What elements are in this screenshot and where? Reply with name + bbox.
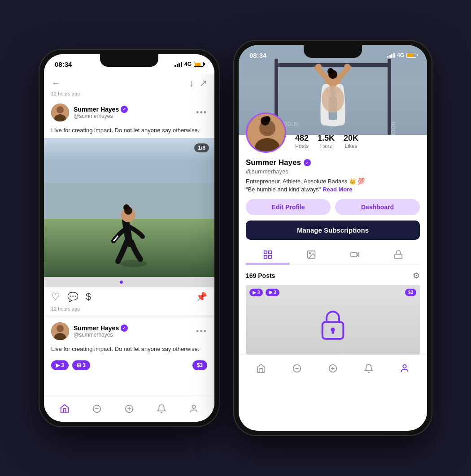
handle-1: @summerhayes <box>74 113 128 119</box>
avatar-2 <box>51 322 69 340</box>
post-caption-2: Live for creating impact. Do not let any… <box>44 345 214 357</box>
tab-image[interactable] <box>289 245 333 264</box>
signal-icon-right <box>387 52 395 58</box>
stat-fanz-value: 1.5K <box>318 134 335 143</box>
back-icon[interactable]: ← <box>51 78 61 89</box>
stat-likes-value: 20K <box>344 134 358 143</box>
download-icon[interactable]: ↓ <box>189 78 194 89</box>
read-more-link[interactable]: Read More <box>323 186 352 193</box>
post-user-info-1: Summer Hayes ✓ @summerhayes <box>74 106 128 119</box>
verified-icon-1: ✓ <box>121 106 128 113</box>
avatar-img-2 <box>51 322 69 340</box>
post-user-1[interactable]: Summer Hayes ✓ @summerhayes <box>51 104 128 121</box>
notch-right <box>304 45 362 58</box>
dot-1 <box>120 281 123 284</box>
post-user-2[interactable]: Summer Hayes ✓ @summerhayes <box>51 322 128 340</box>
tip-icon[interactable]: $ <box>86 291 91 303</box>
post-header-1: Summer Hayes ✓ @summerhayes ••• <box>44 99 214 126</box>
svg-point-6 <box>120 260 147 267</box>
edit-profile-button[interactable]: Edit Profile <box>246 199 331 215</box>
svg-point-36 <box>264 116 270 122</box>
phone-right: 08:34 4G <box>233 40 432 436</box>
4g-label-left: 4G <box>184 61 192 67</box>
profile-buttons: Edit Profile Dashboard <box>246 199 420 215</box>
svg-rect-37 <box>264 251 266 254</box>
price-tag[interactable]: $3 <box>192 360 207 370</box>
share-icon[interactable]: ↗ <box>199 78 207 89</box>
feed-content: ← ↓ ↗ 12 hours ago <box>44 74 214 395</box>
grid-post-1[interactable]: ▶ 3 ⊞ 3 $3 <box>246 285 420 355</box>
video-tag[interactable]: ▶ 3 <box>51 360 69 370</box>
manage-subscriptions-button[interactable]: Manage Subscriptions <box>246 221 420 240</box>
like-icon[interactable]: ♡ <box>51 291 60 303</box>
signal-icon <box>174 61 182 67</box>
image-dots <box>44 277 214 287</box>
grid-photo-tag: ⊞ 3 <box>266 289 279 296</box>
nav-add-right[interactable] <box>324 359 342 377</box>
more-button-2[interactable]: ••• <box>196 327 207 336</box>
posts-count: 169 Posts <box>246 272 275 279</box>
bottom-nav-left <box>44 395 214 422</box>
tab-grid[interactable] <box>246 245 289 264</box>
nav-add-left[interactable] <box>120 400 138 418</box>
handle-2: @summerhayes <box>74 332 128 338</box>
dot-4 <box>136 281 139 284</box>
photo-tag[interactable]: ⊞ 3 <box>72 360 90 370</box>
svg-rect-45 <box>394 254 402 259</box>
post-card-2: Summer Hayes ✓ @summerhayes ••• Live for… <box>44 318 214 374</box>
username-2: Summer Hayes ✓ <box>74 325 128 332</box>
battery-icon-left <box>194 62 204 67</box>
nav-chat-right[interactable] <box>288 359 306 377</box>
status-time-right: 08:34 <box>249 52 266 59</box>
svg-point-27 <box>322 86 344 113</box>
phone-left: 08:34 4G ← <box>39 49 220 427</box>
status-time-left: 08:34 <box>55 61 72 68</box>
nav-home-left[interactable] <box>56 400 74 418</box>
posts-grid: ▶ 3 ⊞ 3 $3 <box>246 285 420 355</box>
verified-icon-2: ✓ <box>121 325 128 332</box>
svg-rect-48 <box>332 330 334 334</box>
post-caption-1: Live for creating impact. Do not let any… <box>44 126 214 138</box>
nav-profile-right[interactable] <box>396 359 414 377</box>
filter-icon[interactable]: ⚙ <box>413 271 420 281</box>
svg-text:ROGUE: ROGUE <box>390 121 396 135</box>
profile-bio-1: Entrepreneur. Athlete. Absolute Badass 👑… <box>246 177 420 194</box>
nav-bell-right[interactable] <box>360 359 378 377</box>
profile-section: 482 Posts 1.5K Fanz 20K Likes <box>239 113 427 355</box>
profile-stats: 482 Posts 1.5K Fanz 20K Likes <box>295 134 420 153</box>
svg-point-1 <box>57 106 64 113</box>
nav-bell-left[interactable] <box>153 400 170 418</box>
image-counter: 1/8 <box>194 143 209 152</box>
svg-point-9 <box>123 204 130 211</box>
dot-3 <box>131 281 134 284</box>
post-image-1[interactable]: 1/8 <box>44 138 214 287</box>
nav-chat-left[interactable] <box>88 400 106 418</box>
nav-home-right[interactable] <box>252 359 270 377</box>
tab-video[interactable] <box>333 245 376 264</box>
svg-rect-39 <box>264 255 266 258</box>
grid-tags: ▶ 3 ⊞ 3 $3 <box>249 289 416 296</box>
status-icons-right: 4G <box>387 52 416 58</box>
grid-price-tag: $3 <box>405 289 416 296</box>
profile-avatar[interactable] <box>246 113 286 153</box>
dashboard-button[interactable]: Dashboard <box>335 199 420 215</box>
stat-fanz: 1.5K Fanz <box>318 134 335 149</box>
feed-header: ← ↓ ↗ <box>44 74 214 91</box>
svg-point-26 <box>327 68 334 74</box>
svg-point-18 <box>192 405 195 408</box>
runner-image: 1/8 <box>44 138 214 277</box>
time-ago-top: 12 hours ago <box>44 91 214 99</box>
tab-locked[interactable] <box>376 245 420 264</box>
nav-profile-left[interactable] <box>185 400 203 418</box>
post-card-1: Summer Hayes ✓ @summerhayes ••• Live for… <box>44 99 214 318</box>
profile-verified-icon: ✓ <box>304 159 311 166</box>
stat-fanz-label: Fanz <box>318 143 335 149</box>
stat-posts: 482 Posts <box>295 134 309 149</box>
post-user-info-2: Summer Hayes ✓ @summerhayes <box>74 325 128 338</box>
grid-video-tag: ▶ 3 <box>249 289 263 296</box>
svg-point-11 <box>57 325 64 332</box>
more-button-1[interactable]: ••• <box>196 108 207 117</box>
comment-icon[interactable]: 💬 <box>67 291 78 302</box>
stat-posts-label: Posts <box>295 143 309 149</box>
pin-icon[interactable]: 📌 <box>196 291 207 302</box>
